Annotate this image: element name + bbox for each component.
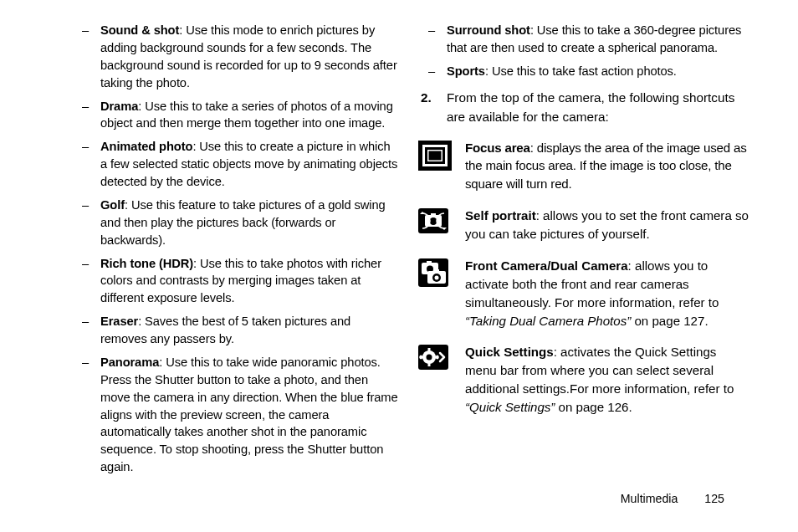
shortcut-dual-camera: Front Camera/Dual Camera: allows you to …: [418, 257, 749, 330]
shortcut-term: Focus area: [465, 141, 530, 155]
mode-desc: : Use this to take wide panoramic photos…: [100, 356, 398, 473]
mode-term: Sound & shot: [100, 23, 179, 37]
shortcut-focus-area: Focus area: displays the area of the ima…: [418, 139, 749, 194]
mode-term: Panorama: [100, 356, 159, 369]
mode-sports: Sports: Use this to take fast action pho…: [418, 63, 749, 80]
mode-term: Eraser: [100, 315, 138, 328]
mode-panorama: Panorama: Use this to take wide panorami…: [72, 354, 400, 476]
left-column: Sound & shot: Use this mode to enrich pi…: [72, 22, 400, 482]
mode-surround-shot: Surround shot: Use this to take a 360-de…: [418, 22, 749, 57]
svg-point-18: [435, 275, 439, 279]
shortcut-term: Quick Settings: [465, 345, 554, 359]
mode-rich-tone-hdr: Rich tone (HDR): Use this to take photos…: [72, 255, 400, 308]
mode-term: Rich tone (HDR): [100, 257, 193, 270]
page-footer: Multimedia 125: [621, 490, 724, 507]
mode-desc: : Use this to take fast action photos.: [485, 64, 677, 78]
mode-list-right: Surround shot: Use this to take a 360-de…: [418, 22, 749, 80]
footer-section: Multimedia: [621, 492, 678, 505]
step-number: 2.: [421, 89, 432, 108]
svg-rect-16: [433, 269, 439, 272]
mode-desc: : Saves the best of 5 taken pictures and…: [100, 315, 350, 345]
self-portrait-icon: [418, 208, 448, 238]
svg-rect-13: [427, 261, 432, 263]
manual-page: Sound & shot: Use this mode to enrich pi…: [0, 0, 798, 532]
footer-page-number: 125: [704, 492, 724, 505]
svg-rect-4: [429, 151, 442, 160]
mode-drama: Drama: Use this to take a series of phot…: [72, 98, 400, 133]
svg-rect-7: [431, 213, 436, 216]
step-text: From the top of the camera, the followin…: [447, 90, 734, 124]
right-column: Surround shot: Use this to take a 360-de…: [418, 22, 749, 430]
quick-settings-icon: [418, 345, 448, 375]
svg-point-8: [430, 217, 437, 225]
shortcut-ref: “Quick Settings”: [465, 400, 555, 414]
dual-camera-icon: [418, 258, 448, 292]
mode-animated-photo: Animated photo: Use this to create a pic…: [72, 138, 400, 191]
mode-eraser: Eraser: Saves the best of 5 taken pictur…: [72, 313, 400, 348]
focus-area-icon: [418, 141, 452, 176]
svg-rect-22: [428, 348, 431, 351]
mode-term: Golf: [100, 198, 125, 212]
mode-golf: Golf: Use this feature to take pictures …: [72, 197, 400, 249]
shortcut-ref: “Taking Dual Camera Photos”: [465, 314, 631, 328]
mode-desc: : Use this feature to take pictures of a…: [100, 198, 386, 247]
step-2: 2. From the top of the camera, the follo…: [418, 89, 749, 127]
shortcut-term: Front Camera/Dual Camera: [465, 258, 628, 273]
shortcut-quick-settings: Quick Settings: activates the Quick Sett…: [418, 343, 749, 417]
shortcut-term: Self portrait: [465, 208, 536, 223]
svg-rect-23: [428, 363, 431, 366]
mode-desc: : Use this to take a series of photos of…: [100, 100, 393, 130]
mode-sound-and-shot: Sound & shot: Use this mode to enrich pi…: [72, 22, 400, 92]
shortcut-self-portrait: Self portrait: allows you to set the fro…: [418, 207, 749, 243]
mode-list-left: Sound & shot: Use this mode to enrich pi…: [72, 22, 400, 476]
mode-term: Animated photo: [100, 140, 192, 153]
mode-term: Sports: [447, 64, 485, 78]
svg-point-21: [427, 355, 432, 361]
mode-term: Drama: [100, 100, 138, 113]
mode-term: Surround shot: [447, 23, 530, 37]
shortcut-tail: on page 127.: [631, 314, 708, 328]
shortcut-tail: on page 126.: [555, 400, 632, 414]
